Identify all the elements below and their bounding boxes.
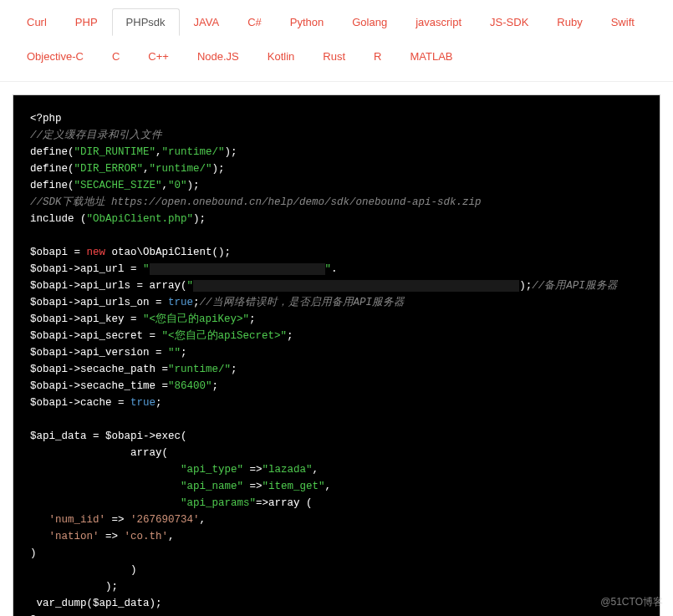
obapi-var: $obapi <box>30 247 68 258</box>
tab-matlab[interactable]: MATLAB <box>395 43 467 70</box>
tab-golang[interactable]: Golang <box>338 8 401 36</box>
tab-java[interactable]: JAVA <box>180 8 234 36</box>
array-fn: array <box>268 497 300 509</box>
php-open: <?php <box>30 113 62 125</box>
define3-key: "SECACHE_SIZE" <box>74 180 162 191</box>
obapi-var: $obapi <box>30 263 68 275</box>
tab-nodejs[interactable]: Node.JS <box>183 43 253 70</box>
comment-sdk: //SDK下载地址 https://open.onebound.cn/help/… <box>30 196 482 208</box>
api-type-val: "lazada" <box>263 464 313 476</box>
obapi-var: $obapi <box>30 347 68 359</box>
api-name-key: "api_name" <box>181 481 243 492</box>
tab-objc[interactable]: Objective-C <box>13 43 98 70</box>
watermark: @51CTO博客 <box>600 595 663 609</box>
define-fn: define <box>30 180 68 191</box>
obapi-var: $obapi <box>105 430 143 442</box>
api-version-val: "" <box>168 347 181 359</box>
tabs-row-1: Curl PHP PHPsdk JAVA C# Python Golang ja… <box>13 8 660 36</box>
tab-jssdk[interactable]: JS-SDK <box>476 8 543 36</box>
tab-cpp[interactable]: C++ <box>134 43 183 70</box>
tab-r[interactable]: R <box>359 43 395 70</box>
obapi-var: $obapi <box>30 397 68 409</box>
code-block[interactable]: <?php //定义缓存目录和引入文件 define("DIR_RUNTIME"… <box>13 94 660 616</box>
api-data-var: $api_data <box>30 430 87 442</box>
comment-cache: //定义缓存目录和引入文件 <box>30 130 162 141</box>
secache-time-val: "86400" <box>168 380 212 392</box>
define2-key: "DIR_ERROR" <box>74 163 144 175</box>
obapi-var: $obapi <box>30 330 68 342</box>
include-file: "ObApiClient.php" <box>87 213 194 225</box>
tab-swift[interactable]: Swift <box>597 8 649 36</box>
include-kw: include <box>30 213 74 225</box>
define-fn: define <box>30 163 68 175</box>
api-secret-val: "<您自己的apiSecret>" <box>162 330 288 342</box>
secache-path-val: "runtime/" <box>168 364 231 375</box>
nation-val: 'co.th' <box>125 531 169 542</box>
obapi-var: $obapi <box>30 364 68 375</box>
tab-python[interactable]: Python <box>276 8 338 36</box>
redacted-urls: ████████████████████████████████████████… <box>193 280 519 292</box>
tab-kotlin[interactable]: Kotlin <box>253 43 309 70</box>
tab-ruby[interactable]: Ruby <box>543 8 596 36</box>
new-kw: new <box>87 247 106 258</box>
exec-fn: exec <box>156 430 181 442</box>
define1-key: "DIR_RUNTIME" <box>74 146 156 158</box>
tab-rust[interactable]: Rust <box>308 43 359 70</box>
num-iid-key: 'num_iid' <box>49 514 106 526</box>
obapi-var: $obapi <box>30 297 68 308</box>
var-dump-fn: var_dump <box>37 598 87 609</box>
define3-val: "0" <box>168 180 187 191</box>
api-data-var: $api_data <box>93 598 150 609</box>
comment-backup: //备用API服务器 <box>532 280 618 292</box>
tab-c[interactable]: C <box>98 43 134 70</box>
tab-curl[interactable]: Curl <box>13 8 61 36</box>
tab-phpsdk[interactable]: PHPsdk <box>112 8 180 36</box>
array-fn: array <box>130 447 162 459</box>
class-name: otao\ObApiClient <box>112 247 212 258</box>
define1-val: "runtime/" <box>162 146 225 158</box>
obapi-var: $obapi <box>30 313 68 325</box>
define-fn: define <box>30 146 68 158</box>
num-iid-val: '267690734' <box>130 514 200 526</box>
api-name-val: "item_get" <box>263 481 325 492</box>
tab-php[interactable]: PHP <box>61 8 112 36</box>
true-kw: true <box>130 397 156 409</box>
tab-javascript[interactable]: javascript <box>401 8 476 36</box>
nation-key: 'nation' <box>49 531 99 542</box>
api-key-val: "<您自己的apiKey>" <box>143 313 249 325</box>
api-params-key: "api_params" <box>181 497 256 509</box>
code-wrapper: <?php //定义缓存目录和引入文件 define("DIR_RUNTIME"… <box>0 82 673 616</box>
tabs-row-2: Objective-C C C++ Node.JS Kotlin Rust R … <box>13 43 660 70</box>
obapi-var: $obapi <box>30 380 68 392</box>
api-type-key: "api_type" <box>181 464 243 476</box>
redacted-url: ████████████████████████████ <box>150 263 325 275</box>
array-fn: array <box>150 280 181 292</box>
define2-val: "runtime/" <box>150 163 212 175</box>
tabs-container: Curl PHP PHPsdk JAVA C# Python Golang ja… <box>0 0 673 82</box>
true-kw: true <box>168 297 193 308</box>
comment-network: //当网络错误时，是否启用备用API服务器 <box>200 297 405 308</box>
tab-csharp[interactable]: C# <box>233 8 276 36</box>
obapi-var: $obapi <box>30 280 68 292</box>
